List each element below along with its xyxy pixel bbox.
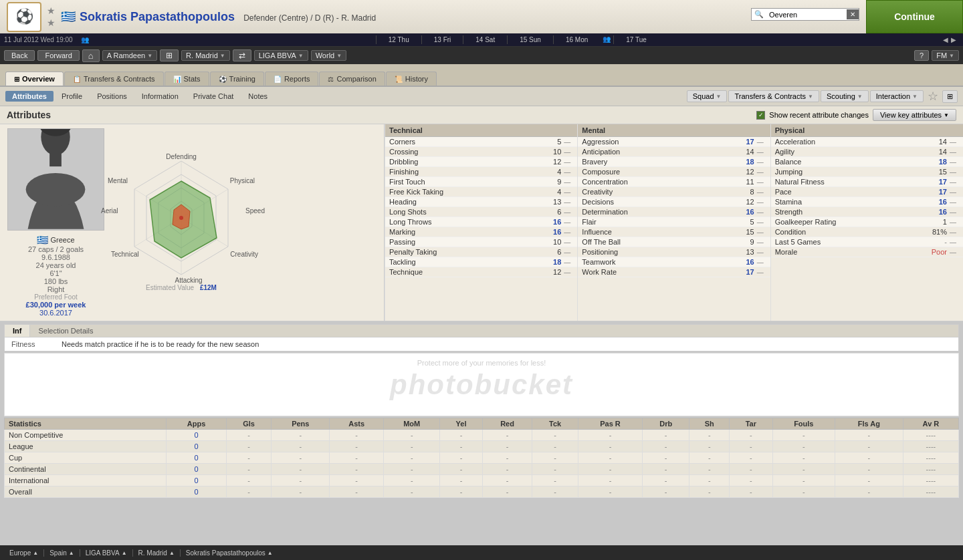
stats-col-tck: Tck: [532, 418, 578, 430]
technical-column: Technical Corners5— Crossing10— Dribblin…: [385, 124, 577, 321]
stats-col-gls: Gls: [226, 418, 272, 430]
inf-tab[interactable]: Inf: [5, 325, 30, 337]
tab-stats[interactable]: 📊 Stats: [165, 72, 209, 86]
estimated-value: £12M: [200, 284, 217, 291]
status-europe[interactable]: Europe ▲: [4, 549, 44, 557]
league-dropdown[interactable]: LIGA BBVA▼: [254, 50, 308, 61]
stats-col-avr: Av R: [903, 418, 958, 430]
back-button[interactable]: Back: [4, 50, 35, 61]
header-search-input[interactable]: [766, 9, 847, 20]
technical-passing: Passing10—: [385, 237, 577, 247]
tab-transfers[interactable]: 📋 Transfers & Contracts: [64, 72, 164, 86]
player-nationality: Greece: [50, 236, 74, 244]
stats-col-red: Red: [482, 418, 532, 430]
swap-button[interactable]: ⊞: [160, 49, 179, 61]
selection-details-tab[interactable]: Selection Details: [30, 325, 101, 337]
statistics-section: Statistics Apps Gls Pens Asts MoM Yel Re…: [4, 418, 959, 498]
status-madrid[interactable]: R. Madrid ▲: [133, 549, 181, 557]
subnav-information[interactable]: Information: [135, 91, 185, 102]
fitness-label: Fitness: [11, 340, 48, 348]
player-age: 24 years old: [26, 261, 86, 269]
technical-tackling: Tackling18—: [385, 257, 577, 267]
status-liga[interactable]: LIGA BBVA ▲: [80, 549, 133, 557]
technical-penalty: Penalty Taking6—: [385, 247, 577, 257]
radar-chart-svg: [118, 154, 245, 281]
help-button[interactable]: ?: [914, 50, 929, 61]
date-fri[interactable]: 13 Fri: [421, 35, 463, 44]
overview-icon: ⊞: [14, 76, 19, 83]
player-flag-detail: 🇬🇷: [37, 235, 48, 245]
date-mon[interactable]: 16 Mon: [553, 35, 600, 44]
tab-bar: ⊞ Overview 📋 Transfers & Contracts 📊 Sta…: [0, 64, 963, 87]
stats-row-overall: Overall 0 - - - - - - - - - - - - - ----: [5, 486, 959, 498]
stats-row-league: League 0 - - - - - - - - - - - - - ----: [5, 441, 959, 452]
spain-arrow: ▲: [69, 550, 74, 556]
subnav-private-chat[interactable]: Private Chat: [187, 91, 241, 102]
favorite-star-button[interactable]: ☆: [925, 89, 941, 104]
stats-col-tar: Tar: [730, 418, 773, 430]
search-close-button[interactable]: ✕: [847, 9, 859, 19]
attributes-header: Attributes ✓ Show recent attribute chang…: [0, 106, 963, 124]
subnav-notes[interactable]: Notes: [241, 91, 274, 102]
physical-column: Physical Acceleration14— Agility14— Bala…: [770, 124, 963, 321]
square-button[interactable]: ⊞: [942, 90, 958, 103]
tab-comparison[interactable]: ⚖ Comparison: [319, 72, 385, 86]
arrows-button[interactable]: ⇄: [233, 49, 251, 61]
star-rating-bottom: ★: [47, 17, 56, 28]
stats-col-asts: Asts: [330, 418, 384, 430]
stats-row-continental: Continental 0 - - - - - - - - - - - - - …: [5, 464, 959, 475]
view-key-attributes-button[interactable]: View key attributes▼: [873, 109, 956, 121]
player-silhouette-area: 🇬🇷 Greece 27 caps / 2 goals 9.6.1988 24 …: [4, 128, 108, 317]
arrow-right-icon[interactable]: ▶: [951, 36, 956, 43]
world-dropdown[interactable]: World▼: [311, 50, 346, 61]
world-label: World: [316, 51, 335, 59]
tab-training[interactable]: ⚽ Training: [210, 72, 264, 86]
technical-long-throws: Long Throws16—: [385, 217, 577, 227]
fitness-text: Needs match practice if he is to be read…: [62, 340, 259, 348]
status-player[interactable]: Sokratis Papastathopoulos ▲: [181, 549, 278, 557]
subnav-positions[interactable]: Positions: [90, 91, 134, 102]
main-content: 🇬🇷 Greece 27 caps / 2 goals 9.6.1988 24 …: [0, 124, 963, 321]
subnav-attributes[interactable]: Attributes: [5, 91, 54, 102]
radar-chart-area: Defending Physical Speed Creativity Atta…: [108, 128, 255, 317]
tab-overview[interactable]: ⊞ Overview: [5, 72, 64, 86]
subnav-profile[interactable]: Profile: [55, 91, 89, 102]
stats-icon: 📊: [173, 76, 181, 83]
people-icon2: 👥: [603, 35, 611, 44]
player-foot: Right: [26, 285, 86, 293]
continue-button[interactable]: Continue: [866, 0, 963, 33]
manager-dropdown[interactable]: A Ramdeen▼: [102, 50, 157, 61]
player-card: 🇬🇷 Greece 27 caps / 2 goals 9.6.1988 24 …: [0, 124, 385, 321]
fm-dropdown[interactable]: FM▼: [932, 50, 959, 61]
scouting-dropdown[interactable]: Scouting▼: [821, 90, 869, 102]
reports-icon: 📄: [274, 76, 282, 83]
stats-col-fouls: Fouls: [772, 418, 835, 430]
technical-corners: Corners5—: [385, 137, 577, 147]
interaction-dropdown[interactable]: Interaction▼: [870, 90, 924, 102]
player-name: Sokratis Papastathopoulos: [80, 10, 235, 23]
date-tue[interactable]: 17 Tue: [613, 35, 659, 44]
date-sat[interactable]: 14 Sat: [463, 35, 507, 44]
home-button[interactable]: ⌂: [82, 49, 100, 62]
datetime-display: 11 Jul 2012 Wed 19:00: [4, 36, 73, 43]
team-label: R. Madrid: [186, 51, 218, 59]
tab-reports[interactable]: 📄 Reports: [265, 72, 319, 86]
stats-col-sh: Sh: [689, 418, 730, 430]
mental-header: Mental: [578, 124, 770, 137]
arrow-left-icon[interactable]: ◀: [943, 36, 948, 43]
forward-button[interactable]: Forward: [37, 50, 79, 61]
player-flag: 🇬🇷: [61, 9, 76, 24]
transfers-icon: 📋: [73, 76, 81, 83]
player-wage: £30,000 per week: [26, 301, 86, 309]
stats-col-label: Statistics: [5, 418, 167, 430]
transfers-contracts-dropdown[interactable]: Transfers & Contracts▼: [728, 90, 819, 102]
tab-history[interactable]: 📜 History: [386, 72, 437, 86]
date-sun[interactable]: 15 Sun: [507, 35, 553, 44]
player-position: Defender (Centre) / D (R) - R. Madrid: [243, 13, 376, 23]
show-recent-checkbox[interactable]: ✓: [756, 111, 765, 120]
status-spain[interactable]: Spain ▲: [44, 549, 80, 557]
date-thu[interactable]: 12 Thu: [376, 35, 421, 44]
squad-dropdown[interactable]: Squad▼: [687, 90, 728, 102]
team-dropdown[interactable]: R. Madrid▼: [181, 50, 230, 61]
spain-label: Spain: [49, 549, 67, 557]
